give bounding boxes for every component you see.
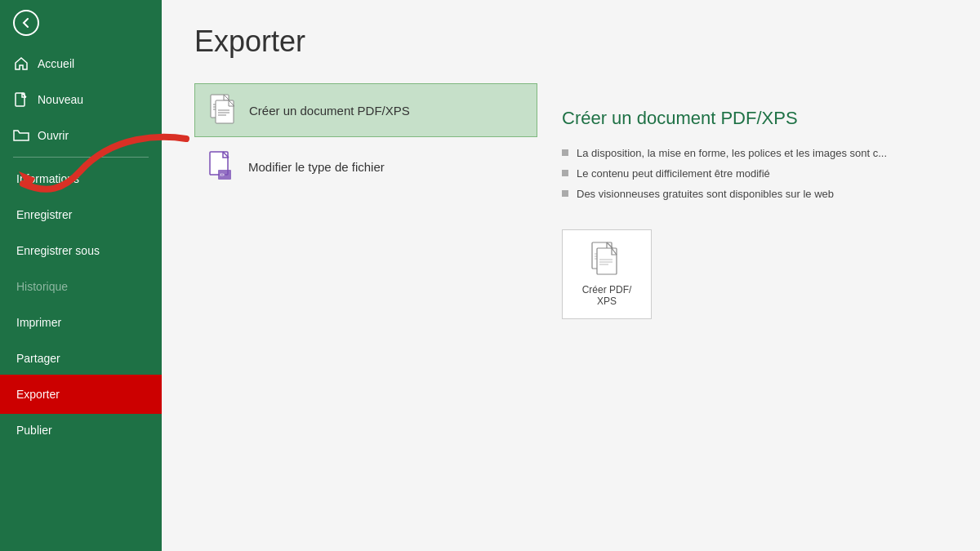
modify-type-label: Modifier le type de fichier (248, 160, 385, 174)
pdf-option-icon (208, 94, 238, 127)
feature-list: La disposition, la mise en forme, les po… (562, 147, 923, 200)
pdf-button-label: Créer PDF/XPS (582, 284, 632, 307)
main-body: Créer un document PDF/XPS ✏ Modifier le (194, 83, 947, 344)
sidebar-item-exporter[interactable]: Exporter (0, 376, 162, 412)
bullet-1 (562, 149, 568, 156)
svg-rect-5 (216, 100, 234, 123)
sidebar-item-partager[interactable]: Partager (0, 340, 162, 376)
back-icon (13, 10, 39, 36)
feature-item-3: Des visionneuses gratuites sont disponib… (562, 188, 923, 200)
page-title: Exporter (194, 24, 947, 59)
right-panel-title: Créer un document PDF/XPS (562, 108, 923, 129)
main-content: Exporter (162, 0, 980, 551)
export-options-list: Créer un document PDF/XPS ✏ Modifier le (194, 83, 537, 344)
accueil-label: Accueil (38, 57, 74, 70)
back-button[interactable] (0, 0, 162, 46)
bullet-3 (562, 190, 568, 197)
home-icon (13, 56, 29, 72)
svg-text:✏: ✏ (220, 171, 225, 179)
sidebar-item-enregistrer-sous[interactable]: Enregistrer sous (0, 233, 162, 269)
sidebar-item-historique: Historique (0, 269, 162, 304)
sidebar-item-imprimer[interactable]: Imprimer (0, 304, 162, 340)
feature-item-1: La disposition, la mise en forme, les po… (562, 147, 923, 159)
nouveau-label: Nouveau (38, 93, 83, 106)
file-new-icon (13, 91, 29, 108)
pdf-button-icon (590, 242, 623, 278)
create-pdf-button[interactable]: Créer PDF/XPS (562, 229, 652, 319)
right-panel: Créer un document PDF/XPS La disposition… (537, 83, 947, 344)
sidebar-item-accueil[interactable]: Accueil (0, 46, 162, 82)
sidebar-item-enregistrer[interactable]: Enregistrer (0, 197, 162, 233)
svg-rect-17 (597, 248, 617, 274)
folder-icon (13, 127, 29, 144)
feature-item-2: Le contenu peut difficilement être modif… (562, 167, 923, 180)
sidebar-item-nouveau[interactable]: Nouveau (0, 82, 162, 118)
sidebar: Accueil Nouveau Ouvrir Informations Enre… (0, 0, 162, 551)
export-option-modify-type[interactable]: ✏ Modifier le type de fichier (194, 140, 537, 193)
modify-type-icon: ✏ (207, 150, 237, 183)
pdf-option-label: Créer un document PDF/XPS (249, 104, 410, 118)
sidebar-item-ouvrir[interactable]: Ouvrir (0, 118, 162, 153)
ouvrir-label: Ouvrir (38, 129, 69, 142)
sidebar-item-informations[interactable]: Informations (0, 161, 162, 197)
sidebar-divider (13, 157, 149, 158)
export-option-pdf[interactable]: Créer un document PDF/XPS (194, 83, 537, 137)
sidebar-item-publier[interactable]: Publier (0, 412, 162, 448)
bullet-2 (562, 170, 568, 176)
